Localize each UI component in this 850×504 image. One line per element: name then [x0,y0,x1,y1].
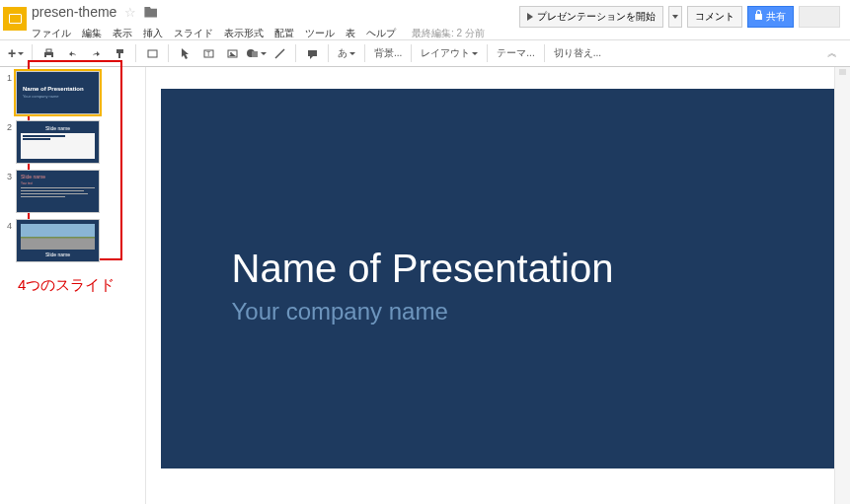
background-button[interactable]: 背景... [370,42,406,64]
separator [328,44,329,62]
lock-icon [755,14,762,20]
svg-rect-1 [46,49,51,52]
transition-button[interactable]: 切り替え... [550,42,605,64]
collapse-icon[interactable]: ︽ [819,46,845,60]
separator [411,44,412,62]
thumb-row: 4 Slide name [0,215,145,264]
menubar: ファイル 編集 表示 挿入 スライド 表示形式 配置 ツール 表 ヘルプ 最終編… [32,27,840,40]
new-slide-button[interactable]: + [5,42,27,64]
slide-canvas[interactable]: Name of Presentation Your company name [161,89,836,468]
present-button[interactable]: プレゼンテーションを開始 [519,6,663,28]
thumb-row: 3 Slide name Your text [0,166,145,215]
slide-thumb-4[interactable]: Slide name [16,219,100,262]
slide-title[interactable]: Name of Presentation [232,247,614,291]
menu-view[interactable]: 表示 [113,27,132,40]
annotation-text: 4つのスライド [18,276,115,295]
thumb-number: 4 [2,219,16,231]
slide-thumb-1[interactable]: Name of Presentation Your company name [16,71,100,114]
menu-tools[interactable]: ツール [305,27,335,40]
menu-insert[interactable]: 挿入 [143,27,163,40]
svg-rect-5 [148,50,157,57]
menu-slide[interactable]: スライド [174,27,213,40]
app-icon[interactable] [3,7,27,31]
menu-arrange[interactable]: 配置 [274,27,294,40]
menu-file[interactable]: ファイル [32,27,71,40]
play-icon [527,13,533,21]
slide-thumb-2[interactable]: Slide name [16,120,100,164]
svg-line-12 [275,49,284,58]
last-edit-label: 最終編集: 2 分前 [412,27,485,40]
separator [295,44,296,62]
share-label: 共有 [766,10,786,24]
thumb-number: 1 [2,71,16,83]
header-right: プレゼンテーションを開始 コメント 共有 [519,6,840,28]
menu-format[interactable]: 表示形式 [224,27,264,40]
comment-button[interactable]: コメント [687,6,742,28]
thumb-number: 2 [2,120,16,132]
canvas-area: Name of Presentation Your company name [146,67,850,504]
svg-rect-3 [116,49,123,53]
caret-down-icon [672,15,678,19]
svg-rect-13 [308,50,317,56]
thumb-number: 3 [2,170,16,181]
thumb-row: 2 Slide name [0,116,145,166]
share-button[interactable]: 共有 [747,6,794,28]
thumb-row: 1 Name of Presentation Your company name [0,67,145,116]
svg-rect-11 [252,51,258,57]
star-icon[interactable]: ☆ [124,5,136,20]
separator [364,44,365,62]
shape-tool[interactable] [245,42,267,64]
theme-button[interactable]: テーマ... [493,42,538,64]
comment-tool[interactable] [301,42,323,64]
scrollbar[interactable] [834,67,850,504]
textbox-tool[interactable]: T [197,42,219,64]
line-tool[interactable] [269,42,290,64]
select-tool[interactable] [174,42,195,64]
menu-edit[interactable]: 編集 [82,27,102,40]
slide-panel: 4つのスライド 1 Name of Presentation Your comp… [0,67,146,504]
menu-table[interactable]: 表 [346,27,355,40]
image-tool[interactable] [221,42,243,64]
slide-thumb-3[interactable]: Slide name Your text [16,170,100,213]
present-label: プレゼンテーションを開始 [537,10,656,24]
avatar[interactable] [799,6,840,28]
svg-rect-2 [46,55,51,58]
svg-text:T: T [206,50,211,57]
menu-help[interactable]: ヘルプ [366,27,396,40]
toolbar: + T あ 背景... レイアウト テーマ... 切り替え... ︽ [0,39,850,67]
doc-title[interactable]: presen-theme [32,4,116,20]
svg-rect-4 [118,53,120,58]
folder-icon[interactable] [144,7,157,18]
separator [544,44,545,62]
input-tool[interactable]: あ [334,42,359,64]
separator [168,44,169,62]
separator [487,44,488,62]
zoom-fit-button[interactable] [141,42,163,64]
slide-subtitle[interactable]: Your company name [232,298,448,325]
separator [135,44,136,62]
present-dropdown[interactable] [668,6,682,28]
layout-button[interactable]: レイアウト [417,42,482,64]
